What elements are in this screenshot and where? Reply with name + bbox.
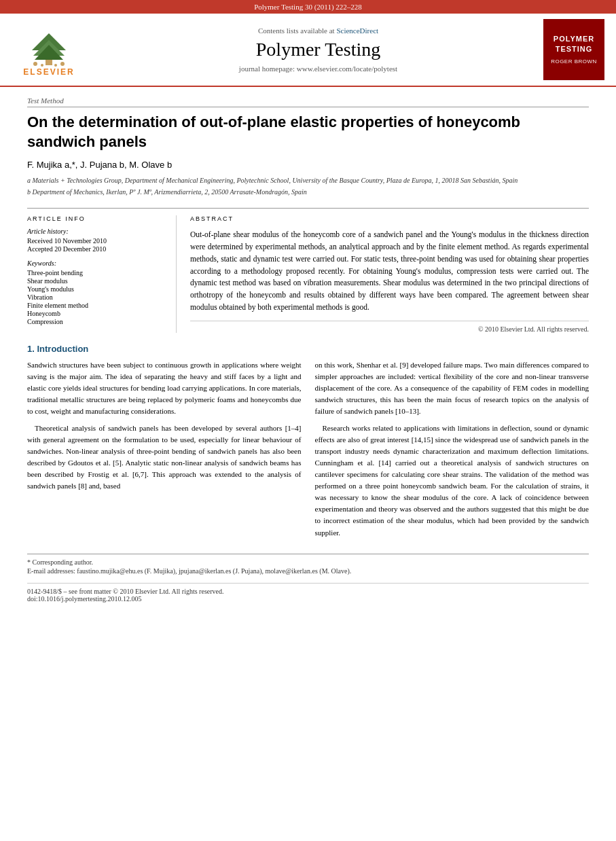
keywords-list: Three-point bending Shear modulus Young'…	[27, 269, 165, 325]
elsevier-logo-area: ELSEVIER	[8, 19, 96, 80]
introduction-section: 1. Introduction Sandwich structures have…	[27, 344, 589, 544]
intro-para-4: Research works related to applications w…	[315, 423, 590, 538]
received-date: Received 10 November 2010	[27, 237, 165, 245]
article-title: On the determination of out-of-plane ela…	[27, 113, 589, 151]
sciencedirect-label: Contents lists available at ScienceDirec…	[258, 26, 378, 35]
journal-homepage: journal homepage: www.elsevier.com/locat…	[239, 65, 397, 73]
copyright-line: © 2010 Elsevier Ltd. All rights reserved…	[190, 321, 589, 333]
polymer-badge-area: POLYMER TESTING ROGER BROWN	[540, 19, 608, 80]
accepted-date: Accepted 20 December 2010	[27, 245, 165, 253]
article-history: Article history: Received 10 November 20…	[27, 228, 165, 253]
article-info-title: ARTICLE INFO	[27, 215, 165, 222]
elsevier-tree-icon	[25, 30, 73, 67]
abstract-col: ABSTRACT Out-of-plane shear modulus of t…	[190, 215, 589, 333]
keywords-label: Keywords:	[27, 260, 165, 267]
svg-point-5	[60, 62, 65, 66]
journal-title: Polymer Testing	[256, 39, 380, 60]
keyword-0: Three-point bending	[27, 269, 165, 276]
corresponding-author: * Corresponding author.	[27, 558, 589, 566]
intro-col1: Sandwich structures have been subject to…	[27, 359, 302, 544]
elsevier-logo: ELSEVIER	[8, 22, 90, 77]
email-addresses: E-mail addresses: faustino.mujika@ehu.es…	[27, 567, 589, 575]
keyword-6: Compression	[27, 318, 165, 325]
svg-point-4	[33, 62, 37, 66]
abstract-text: Out-of-plane shear modulus of the honeyc…	[190, 229, 589, 314]
intro-heading: 1. Introduction	[27, 344, 589, 354]
affiliation-2: b Department of Mechanics, Ikerlan, Pº J…	[27, 187, 589, 197]
authors-text: F. Mujika a,*, J. Pujana b, M. Olave b	[27, 160, 172, 170]
journal-header-center: Contents lists available at ScienceDirec…	[103, 19, 533, 80]
polymer-badge: POLYMER TESTING ROGER BROWN	[543, 19, 604, 80]
keywords-section: Keywords: Three-point bending Shear modu…	[27, 260, 165, 325]
intro-para-3: on this work, Shenhar et al. [9] develop…	[315, 359, 590, 417]
abstract-title: ABSTRACT	[190, 215, 589, 222]
article-info-col: ARTICLE INFO Article history: Received 1…	[27, 215, 177, 333]
section-label: Test Method	[27, 96, 589, 107]
main-content: Test Method On the determination of out-…	[0, 87, 616, 616]
keyword-3: Vibration	[27, 293, 165, 301]
bottom-copyright: 0142-9418/$ – see front matter © 2010 El…	[27, 583, 589, 603]
authors: F. Mujika a,*, J. Pujana b, M. Olave b	[27, 160, 589, 170]
keyword-2: Young's modulus	[27, 285, 165, 293]
history-label: Article history:	[27, 228, 165, 235]
intro-two-col: Sandwich structures have been subject to…	[27, 359, 589, 544]
footnotes: * Corresponding author. E-mail addresses…	[27, 554, 589, 575]
keyword-1: Shear modulus	[27, 277, 165, 285]
top-bar-text: Polymer Testing 30 (2011) 222–228	[254, 3, 362, 11]
sciencedirect-link[interactable]: ScienceDirect	[336, 26, 378, 35]
article-info-abstract: ARTICLE INFO Article history: Received 1…	[27, 208, 589, 333]
journal-header: ELSEVIER Contents lists available at Sci…	[0, 14, 616, 87]
badge-line1: POLYMER	[554, 34, 594, 44]
keyword-5: Honeycomb	[27, 310, 165, 317]
top-bar: Polymer Testing 30 (2011) 222–228	[0, 0, 616, 14]
badge-line2: TESTING	[556, 44, 593, 54]
affiliation-1: a Materials + Technologies Group, Depart…	[27, 175, 589, 185]
badge-sub: ROGER BROWN	[551, 58, 597, 65]
keyword-4: Finite element method	[27, 302, 165, 309]
svg-point-7	[54, 64, 57, 67]
svg-point-6	[41, 64, 43, 67]
intro-col2: on this work, Shenhar et al. [9] develop…	[315, 359, 590, 544]
intro-para-1: Sandwich structures have been subject to…	[27, 359, 302, 417]
affiliations: a Materials + Technologies Group, Depart…	[27, 175, 589, 197]
intro-para-2: Theoretical analysis of sandwich panels …	[27, 423, 302, 492]
elsevier-brand-text: ELSEVIER	[23, 67, 74, 77]
